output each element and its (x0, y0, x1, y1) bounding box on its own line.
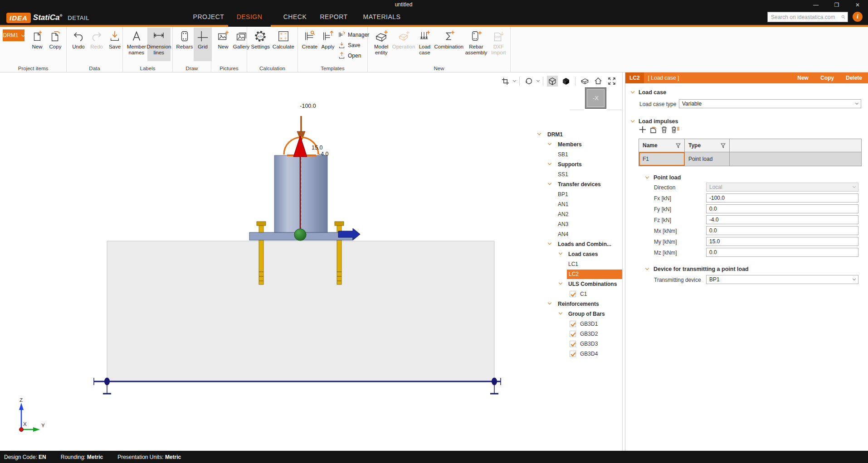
tree-label[interactable]: GB3D2 (580, 331, 598, 337)
tree-label[interactable]: GB3D3 (580, 341, 598, 347)
section-collapse-chevron[interactable] (645, 266, 649, 270)
tree-label[interactable]: LC1 (568, 261, 578, 267)
tree-item-drm1[interactable]: DRM1 (535, 130, 622, 140)
search-icon[interactable] (841, 14, 845, 20)
tab-check[interactable]: CHECK (280, 10, 310, 25)
minimize-button[interactable]: — (805, 0, 826, 10)
grid-toggle[interactable]: Grid (194, 28, 212, 61)
tree-item-an1[interactable]: AN1 (535, 199, 622, 209)
delete-impulse-icon[interactable] (661, 126, 668, 133)
rebars-toggle[interactable]: Rebars (176, 28, 194, 61)
tree-item-gb3d2[interactable]: GB3D2 (535, 329, 622, 339)
tree-item-group-of-bars[interactable]: Group of Bars (535, 309, 622, 319)
copy-project-item-button[interactable]: Copy (46, 28, 64, 61)
tree-item-reinforcements[interactable]: Reinforcements (535, 299, 622, 309)
load-node-sphere[interactable] (294, 229, 306, 241)
mx-input[interactable] (706, 226, 858, 235)
tree-label[interactable]: AN3 (558, 221, 568, 227)
load-case-type-select[interactable]: Variable (679, 99, 861, 108)
tree-label[interactable]: DRM1 (547, 131, 563, 138)
tree-item-gb3d3[interactable]: GB3D3 (535, 339, 622, 349)
search-input[interactable] (768, 14, 841, 20)
model-entity-button[interactable]: Model entity (371, 28, 392, 61)
model-viewport[interactable]: -100.0 15.0 -4.0 (0, 72, 624, 451)
create-template-button[interactable]: Create (301, 28, 319, 61)
add-impulse-icon[interactable] (639, 126, 646, 133)
tree-item-c1[interactable]: C1 (535, 289, 622, 299)
new-project-item-button[interactable]: New (28, 28, 46, 61)
tree-item-an2[interactable]: AN2 (535, 209, 622, 219)
tree-label[interactable]: SS1 (558, 171, 568, 178)
new-picture-button[interactable]: New (214, 28, 232, 61)
tree-item-gb3d4[interactable]: GB3D4 (535, 349, 622, 359)
tree-label[interactable]: Transfer devices (558, 181, 601, 188)
project-item-dropdown[interactable]: DRM1 (3, 29, 24, 41)
chevron-down-icon[interactable] (548, 301, 551, 304)
template-manager-button[interactable]: Manager (338, 29, 369, 40)
section-collapse-chevron[interactable] (631, 119, 634, 122)
tree-item-uls-combinations[interactable]: ULS Combinations (535, 279, 622, 289)
tree-label[interactable]: AN1 (558, 201, 568, 207)
chevron-down-icon[interactable] (537, 131, 541, 135)
dimension-lines-toggle[interactable]: Dimension lines (147, 28, 171, 61)
tree-item-loads-and-combinations[interactable]: Loads and Combin... (535, 239, 622, 249)
section-collapse-chevron[interactable] (645, 175, 649, 178)
zoom-fit-button[interactable] (606, 76, 617, 87)
delete-load-case-button[interactable]: Delete (846, 75, 862, 81)
tree-label[interactable]: Group of Bars (568, 311, 605, 317)
load-case-button[interactable]: Load case (415, 28, 434, 61)
tree-label[interactable]: Supports (558, 161, 582, 168)
fz-input[interactable] (706, 215, 858, 224)
tree-item-lc1[interactable]: LC1 (535, 259, 622, 269)
impulse-type-cell[interactable]: Point load (685, 152, 730, 166)
tree-label[interactable]: AN4 (558, 231, 568, 237)
tree-item-bp1[interactable]: BP1 (535, 189, 622, 199)
home-view-button[interactable] (593, 76, 604, 87)
structural-model-scene[interactable]: -100.0 15.0 -4.0 (0, 72, 624, 451)
filter-icon[interactable] (676, 143, 681, 148)
cube-face-label[interactable]: -X (587, 89, 605, 107)
tree-item-sb1[interactable]: SB1 (535, 150, 622, 159)
tree-item-an4[interactable]: AN4 (535, 229, 622, 239)
tree-item-gb3d1[interactable]: GB3D1 (535, 319, 622, 329)
tree-label[interactable]: GB3D1 (580, 321, 598, 327)
search-box[interactable] (767, 12, 848, 22)
tree-label[interactable]: BP1 (558, 191, 568, 198)
save-button[interactable]: Save (106, 28, 124, 61)
checkbox-checked[interactable] (570, 341, 576, 347)
mz-input[interactable] (706, 248, 858, 257)
tree-label[interactable]: GB3D4 (580, 351, 598, 357)
tree-label[interactable]: Reinforcements (558, 301, 599, 307)
impulse-name-cell[interactable]: F1 (639, 152, 685, 166)
apply-template-button[interactable]: Apply (319, 28, 337, 61)
template-open-button[interactable]: Open (338, 50, 369, 61)
maximize-button[interactable]: ❐ (826, 0, 847, 10)
tree-item-transfer-devices[interactable]: Transfer devices (535, 179, 622, 189)
calculate-button[interactable]: +−×÷ Calculate (271, 28, 296, 61)
tab-project[interactable]: PROJECT (190, 10, 227, 25)
tree-label[interactable]: SB1 (558, 151, 568, 158)
selected-tree-item[interactable]: LC2 (567, 270, 622, 279)
concrete-block[interactable] (107, 241, 494, 381)
info-button[interactable]: i (853, 12, 863, 22)
delete-all-impulses-icon[interactable] (671, 126, 679, 133)
impulse-row-f1[interactable]: F1 Point load (639, 152, 861, 166)
tab-materials[interactable]: MATERIALS (361, 10, 403, 25)
checkbox-checked[interactable] (570, 321, 576, 327)
rebar-assembly-button[interactable]: Rebar assembly (463, 28, 488, 61)
settings-button[interactable]: </> Settings (250, 28, 271, 61)
solid-view-button[interactable] (561, 76, 571, 87)
checkbox-checked[interactable] (570, 331, 576, 337)
undo-button[interactable]: Undo (69, 28, 88, 61)
column-header-type[interactable]: Type (685, 139, 730, 152)
tree-item-supports[interactable]: Supports (535, 159, 622, 169)
chevron-down-icon[interactable] (559, 281, 562, 285)
tab-report[interactable]: REPORT (317, 10, 350, 25)
clip-section-button[interactable] (579, 76, 590, 87)
tree-label[interactable]: AN2 (558, 211, 568, 217)
chevron-down-icon[interactable] (548, 141, 551, 145)
tree-item-ss1[interactable]: SS1 (535, 169, 622, 179)
rotate-dropdown-chevron[interactable] (536, 79, 540, 82)
chevron-down-icon[interactable] (548, 161, 551, 165)
tree-label[interactable]: Members (558, 141, 582, 148)
